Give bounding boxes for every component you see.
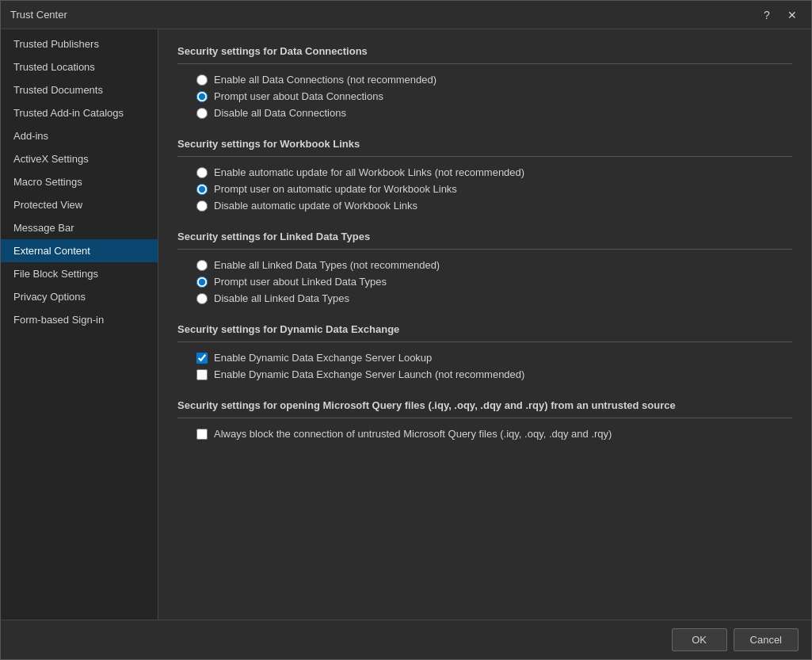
input-dde-launch[interactable] — [196, 369, 208, 380]
option-wl-prompt[interactable]: Prompt user on automatic update for Work… — [196, 183, 792, 195]
ok-button[interactable]: OK — [672, 628, 727, 651]
option-ldt-prompt[interactable]: Prompt user about Linked Data Types — [196, 276, 792, 288]
section-title-microsoft-query: Security settings for opening Microsoft … — [177, 399, 792, 411]
label-dc-enable: Enable all Data Connections (not recomme… — [214, 74, 436, 86]
footer: OK Cancel — [1, 620, 811, 659]
option-group-data-connections: Enable all Data Connections (not recomme… — [177, 74, 792, 119]
sidebar-item-form-based-sign-in[interactable]: Form-based Sign-in — [1, 308, 158, 331]
option-dde-lookup[interactable]: Enable Dynamic Data Exchange Server Look… — [196, 352, 792, 364]
sidebar-item-add-ins[interactable]: Add-ins — [1, 124, 158, 147]
sidebar-item-external-content[interactable]: External Content — [1, 239, 158, 262]
input-dde-lookup[interactable] — [196, 353, 208, 364]
option-dc-prompt[interactable]: Prompt user about Data Connections — [196, 90, 792, 102]
option-group-microsoft-query: Always block the connection of untrusted… — [177, 428, 792, 440]
input-ldt-disable[interactable] — [196, 293, 208, 304]
option-dc-disable[interactable]: Disable all Data Connections — [196, 107, 792, 119]
label-dc-disable: Disable all Data Connections — [214, 107, 346, 119]
section-linked-data-types: Security settings for Linked Data TypesE… — [177, 231, 792, 304]
label-dde-launch: Enable Dynamic Data Exchange Server Laun… — [214, 368, 524, 380]
title-bar: Trust Center ? ✕ — [1, 1, 811, 29]
section-divider-linked-data-types — [177, 249, 792, 250]
label-ldt-disable: Disable all Linked Data Types — [214, 292, 349, 304]
label-wl-prompt: Prompt user on automatic update for Work… — [214, 183, 457, 195]
sidebar-item-macro-settings[interactable]: Macro Settings — [1, 170, 158, 193]
option-mq-block[interactable]: Always block the connection of untrusted… — [196, 428, 792, 440]
input-dc-enable[interactable] — [196, 74, 208, 86]
section-divider-dynamic-data-exchange — [177, 341, 792, 342]
option-dde-launch[interactable]: Enable Dynamic Data Exchange Server Laun… — [196, 368, 792, 380]
option-wl-enable[interactable]: Enable automatic update for all Workbook… — [196, 166, 792, 178]
sidebar-item-file-block-settings[interactable]: File Block Settings — [1, 262, 158, 285]
section-workbook-links: Security settings for Workbook LinksEnab… — [177, 138, 792, 212]
section-title-linked-data-types: Security settings for Linked Data Types — [177, 231, 792, 242]
sidebar: Trusted PublishersTrusted LocationsTrust… — [1, 29, 158, 620]
option-group-workbook-links: Enable automatic update for all Workbook… — [177, 166, 792, 212]
option-group-linked-data-types: Enable all Linked Data Types (not recomm… — [177, 259, 792, 304]
section-data-connections: Security settings for Data ConnectionsEn… — [177, 45, 792, 119]
section-divider-workbook-links — [177, 156, 792, 157]
close-button[interactable]: ✕ — [783, 6, 802, 25]
section-dynamic-data-exchange: Security settings for Dynamic Data Excha… — [177, 323, 792, 380]
section-microsoft-query: Security settings for opening Microsoft … — [177, 399, 792, 440]
option-ldt-disable[interactable]: Disable all Linked Data Types — [196, 292, 792, 304]
label-ldt-prompt: Prompt user about Linked Data Types — [214, 276, 387, 288]
input-ldt-enable[interactable] — [196, 260, 208, 271]
section-divider-microsoft-query — [177, 418, 792, 418]
label-dde-lookup: Enable Dynamic Data Exchange Server Look… — [214, 352, 432, 364]
sidebar-item-trusted-locations[interactable]: Trusted Locations — [1, 55, 158, 78]
dialog-title: Trust Center — [10, 9, 67, 21]
cancel-button[interactable]: Cancel — [734, 628, 799, 651]
option-dc-enable[interactable]: Enable all Data Connections (not recomme… — [196, 74, 792, 86]
sidebar-item-activex-settings[interactable]: ActiveX Settings — [1, 147, 158, 170]
input-wl-enable[interactable] — [196, 167, 208, 178]
option-wl-disable[interactable]: Disable automatic update of Workbook Lin… — [196, 200, 792, 212]
label-dc-prompt: Prompt user about Data Connections — [214, 90, 383, 102]
option-group-dynamic-data-exchange: Enable Dynamic Data Exchange Server Look… — [177, 352, 792, 380]
label-wl-disable: Disable automatic update of Workbook Lin… — [214, 200, 417, 212]
sidebar-item-privacy-options[interactable]: Privacy Options — [1, 285, 158, 308]
label-mq-block: Always block the connection of untrusted… — [214, 428, 612, 440]
sidebar-item-protected-view[interactable]: Protected View — [1, 193, 158, 216]
input-dc-prompt[interactable] — [196, 91, 208, 102]
help-button[interactable]: ? — [757, 6, 776, 25]
sidebar-item-trusted-add-in-catalogs[interactable]: Trusted Add-in Catalogs — [1, 101, 158, 124]
input-wl-disable[interactable] — [196, 200, 208, 212]
label-ldt-enable: Enable all Linked Data Types (not recomm… — [214, 259, 440, 271]
option-ldt-enable[interactable]: Enable all Linked Data Types (not recomm… — [196, 259, 792, 271]
sidebar-item-trusted-documents[interactable]: Trusted Documents — [1, 78, 158, 101]
sidebar-item-message-bar[interactable]: Message Bar — [1, 216, 158, 239]
input-mq-block[interactable] — [196, 429, 208, 440]
label-wl-enable: Enable automatic update for all Workbook… — [214, 166, 524, 178]
content-area: Trusted PublishersTrusted LocationsTrust… — [1, 29, 811, 620]
section-divider-data-connections — [177, 63, 792, 64]
sidebar-item-trusted-publishers[interactable]: Trusted Publishers — [1, 32, 158, 55]
input-wl-prompt[interactable] — [196, 184, 208, 195]
section-title-workbook-links: Security settings for Workbook Links — [177, 138, 792, 150]
section-title-dynamic-data-exchange: Security settings for Dynamic Data Excha… — [177, 323, 792, 335]
input-dc-disable[interactable] — [196, 108, 208, 119]
trust-center-dialog: Trust Center ? ✕ Trusted PublishersTrust… — [0, 0, 812, 660]
main-content: Security settings for Data ConnectionsEn… — [158, 29, 811, 620]
title-bar-left: Trust Center — [10, 9, 67, 21]
input-ldt-prompt[interactable] — [196, 277, 208, 288]
section-title-data-connections: Security settings for Data Connections — [177, 45, 792, 57]
title-bar-right: ? ✕ — [757, 6, 802, 25]
